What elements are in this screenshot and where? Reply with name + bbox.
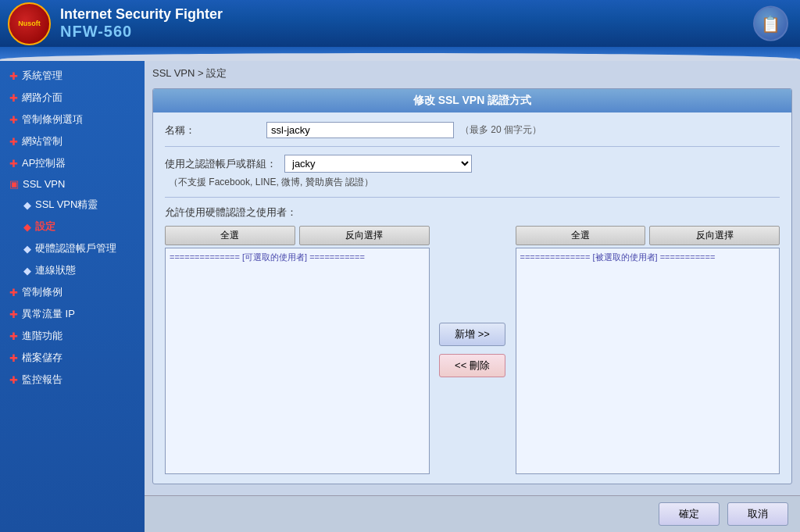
sidebar-icon-network: ✚ bbox=[9, 92, 18, 104]
sidebar-label-advanced: 進階功能 bbox=[22, 329, 62, 343]
confirm-button[interactable]: 確定 bbox=[659, 502, 720, 526]
wave-separator bbox=[0, 47, 800, 61]
sidebar-label-file-storage: 檔案儲存 bbox=[22, 351, 62, 365]
name-hint: （最多 20 個字元） bbox=[460, 123, 541, 137]
clipboard-icon: 📋 bbox=[761, 14, 780, 33]
sidebar-icon-ssl-vpn: ▣ bbox=[9, 178, 19, 190]
form-panel: 修改 SSL VPN 認證方式 名稱： （最多 20 個字元） 使用之認證帳戶或… bbox=[152, 88, 792, 484]
name-input[interactable] bbox=[266, 122, 454, 138]
cancel-button[interactable]: 取消 bbox=[727, 502, 788, 526]
hardware-label: 允許使用硬體認證之使用者： bbox=[165, 205, 780, 220]
selected-users-listbox[interactable]: ============== [被選取的使用者] =========== bbox=[516, 248, 780, 474]
logo: Nusoft bbox=[8, 2, 51, 45]
hardware-section: 允許使用硬體認證之使用者： 全選 反向選擇 ============== [可選… bbox=[165, 205, 780, 474]
sidebar-item-policy[interactable]: ✚管制條例 bbox=[0, 281, 145, 303]
app-subtitle: NFW-560 bbox=[60, 23, 223, 41]
sidebar-label-traffic-ip: 異常流量 IP bbox=[22, 307, 75, 321]
sidebar-item-website-control[interactable]: ✚網站管制 bbox=[0, 130, 145, 152]
sidebar-icon-policy: ✚ bbox=[9, 287, 18, 298]
sidebar-item-system[interactable]: ✚系統管理 bbox=[0, 65, 145, 87]
sidebar-label-policy: 管制條例 bbox=[22, 285, 62, 299]
sidebar-icon-system: ✚ bbox=[9, 70, 18, 82]
header: Nusoft Internet Security Fighter NFW-560… bbox=[0, 0, 800, 47]
sidebar-item-ssl-vpn[interactable]: ▣SSL VPN bbox=[0, 174, 145, 194]
sidebar-label-connection-status: 連線狀態 bbox=[35, 263, 76, 277]
content-area: SSL VPN > 設定 修改 SSL VPN 認證方式 名稱： （最多 20 … bbox=[145, 61, 800, 532]
sidebar-icon-hardware-cert: ◆ bbox=[23, 243, 31, 255]
sidebar-icon-ssl-vpn-wizard: ◆ bbox=[23, 199, 31, 211]
sidebar-icon-connection-status: ◆ bbox=[23, 265, 31, 277]
available-reverse-select-btn[interactable]: 反向選擇 bbox=[299, 226, 430, 245]
selected-reverse-select-btn[interactable]: 反向選擇 bbox=[649, 226, 780, 245]
sidebar-item-traffic-ip[interactable]: ✚異常流量 IP bbox=[0, 303, 145, 325]
name-label: 名稱： bbox=[165, 123, 266, 137]
sidebar-item-file-storage[interactable]: ✚檔案儲存 bbox=[0, 347, 145, 369]
available-users-list-header: ============== [可選取的使用者] =========== bbox=[167, 250, 427, 265]
account-label: 使用之認證帳戶或群組： bbox=[165, 157, 277, 171]
bottom-bar: 確定 取消 bbox=[145, 495, 800, 532]
sidebar-icon-settings: ◆ bbox=[23, 221, 31, 233]
header-text: Internet Security Fighter NFW-560 bbox=[60, 6, 223, 41]
sidebar-icon-ap-controller: ✚ bbox=[9, 158, 18, 170]
available-users-header-btns: 全選 反向選擇 bbox=[165, 226, 430, 245]
sidebar-item-monitor-report[interactable]: ✚監控報告 bbox=[0, 369, 145, 391]
transfer-buttons: 新增 >> << 刪除 bbox=[438, 323, 508, 377]
sidebar-icon-advanced: ✚ bbox=[9, 330, 18, 342]
sidebar-item-ssl-vpn-wizard[interactable]: ◆SSL VPN精靈 bbox=[0, 194, 145, 216]
sidebar-label-hardware-cert: 硬體認證帳戶管理 bbox=[35, 241, 116, 255]
selected-users-container: 全選 反向選擇 ============== [被選取的使用者] =======… bbox=[516, 226, 780, 474]
sidebar-item-policy-options[interactable]: ✚管制條例選項 bbox=[0, 109, 145, 130]
account-select[interactable]: jacky bbox=[284, 155, 472, 173]
sidebar-item-ap-controller[interactable]: ✚AP控制器 bbox=[0, 152, 145, 174]
main-layout: ✚系統管理✚網路介面✚管制條例選項✚網站管制✚AP控制器▣SSL VPN◆SSL… bbox=[0, 61, 800, 532]
sidebar-label-monitor-report: 監控報告 bbox=[22, 373, 62, 387]
sidebar: ✚系統管理✚網路介面✚管制條例選項✚網站管制✚AP控制器▣SSL VPN◆SSL… bbox=[0, 61, 145, 532]
sidebar-icon-traffic-ip: ✚ bbox=[9, 309, 18, 320]
sidebar-label-website-control: 網站管制 bbox=[22, 134, 62, 148]
name-row: 名稱： （最多 20 個字元） bbox=[165, 122, 780, 147]
sidebar-icon-policy-options: ✚ bbox=[9, 114, 18, 126]
sidebar-icon-monitor-report: ✚ bbox=[9, 374, 18, 386]
breadcrumb: SSL VPN > 設定 bbox=[148, 65, 796, 82]
sidebar-item-advanced[interactable]: ✚進階功能 bbox=[0, 325, 145, 347]
app-title: Internet Security Fighter bbox=[60, 6, 223, 23]
available-select-all-btn[interactable]: 全選 bbox=[165, 226, 295, 245]
logo-text: Nusoft bbox=[18, 20, 41, 27]
sidebar-label-ap-controller: AP控制器 bbox=[22, 156, 66, 170]
sidebar-label-network: 網路介面 bbox=[22, 91, 62, 105]
add-button[interactable]: 新增 >> bbox=[439, 323, 505, 346]
sidebar-icon-file-storage: ✚ bbox=[9, 352, 18, 364]
sidebar-label-policy-options: 管制條例選項 bbox=[22, 112, 83, 127]
sidebar-label-ssl-vpn: SSL VPN bbox=[23, 178, 65, 190]
account-row: 使用之認證帳戶或群組： jacky （不支援 Facebook, LINE, 微… bbox=[165, 155, 780, 198]
sidebar-item-settings[interactable]: ◆設定 bbox=[0, 216, 145, 237]
selected-select-all-btn[interactable]: 全選 bbox=[516, 226, 646, 245]
sidebar-item-connection-status[interactable]: ◆連線狀態 bbox=[0, 259, 145, 281]
sidebar-label-system: 系統管理 bbox=[22, 69, 62, 83]
remove-button[interactable]: << 刪除 bbox=[439, 354, 505, 377]
header-icon[interactable]: 📋 bbox=[753, 6, 788, 41]
account-note: （不支援 Facebook, LINE, 微博, 贊助廣告 認證） bbox=[169, 176, 373, 189]
form-body: 名稱： （最多 20 個字元） 使用之認證帳戶或群組： jacky （不支援 F… bbox=[153, 112, 791, 484]
sidebar-item-hardware-cert[interactable]: ◆硬體認證帳戶管理 bbox=[0, 237, 145, 259]
sidebar-item-network[interactable]: ✚網路介面 bbox=[0, 87, 145, 109]
selected-users-header-btns: 全選 反向選擇 bbox=[516, 226, 780, 245]
available-users-container: 全選 反向選擇 ============== [可選取的使用者] =======… bbox=[165, 226, 430, 474]
user-selection: 全選 反向選擇 ============== [可選取的使用者] =======… bbox=[165, 226, 780, 474]
sidebar-label-ssl-vpn-wizard: SSL VPN精靈 bbox=[35, 198, 98, 212]
selected-users-list-header: ============== [被選取的使用者] =========== bbox=[518, 250, 778, 265]
sidebar-icon-website-control: ✚ bbox=[9, 136, 18, 148]
available-users-listbox[interactable]: ============== [可選取的使用者] =========== bbox=[165, 248, 430, 474]
form-title: 修改 SSL VPN 認證方式 bbox=[153, 89, 791, 112]
sidebar-label-settings: 設定 bbox=[35, 220, 55, 234]
